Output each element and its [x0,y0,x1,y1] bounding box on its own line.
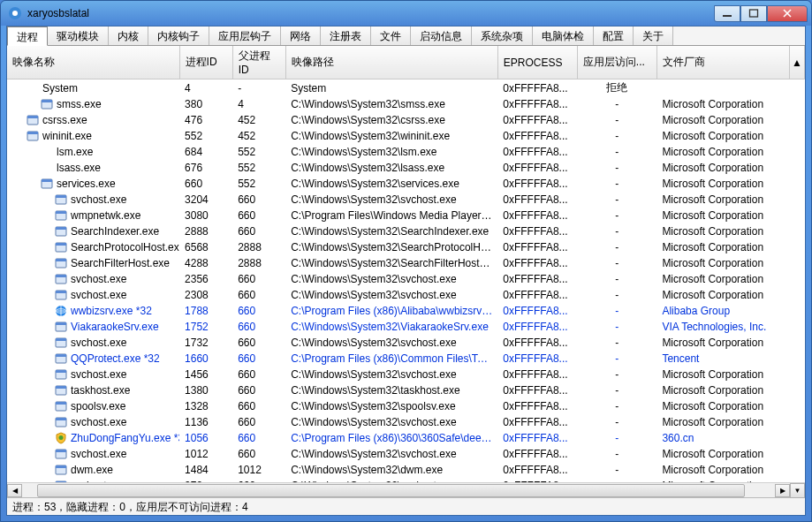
column-header-6[interactable]: 文件厂商 [656,46,789,79]
cell: - [577,192,656,208]
tab-11[interactable]: 配置 [594,26,634,45]
cell: 0xFFFFFA8... [497,96,577,112]
cell: 0xFFFFFA8... [497,208,577,223]
scroll-thumb[interactable] [37,484,745,497]
table-row[interactable]: SearchFilterHost.exe42882888C:\Windows\S… [7,255,805,271]
process-name: QQProtect.exe *32 [71,352,160,365]
column-header-1[interactable]: 进程ID [179,46,232,79]
scroll-right-button[interactable]: ▶ [775,484,790,497]
column-header-4[interactable]: EPROCESS [497,46,577,79]
cell: - [577,367,656,382]
cell: - [577,414,656,430]
svg-rect-11 [42,179,52,182]
table-row[interactable]: svchost.exe1732660C:\Windows\System32\sv… [7,335,805,351]
table-row[interactable]: SearchIndexer.exe2888660C:\Windows\Syste… [7,223,805,239]
table-row[interactable]: svchost.exe2308660C:\Windows\System32\sv… [7,287,805,303]
cell: 660 [232,192,285,208]
process-name-cell: svchost.exe [7,192,179,208]
cell: 0xFFFFFA8... [497,319,577,335]
cell: 2356 [179,271,232,287]
tab-6[interactable]: 注册表 [321,26,371,45]
cell: 0xFFFFFA8... [497,414,577,430]
table-row[interactable]: svchost.exe1456660C:\Windows\System32\sv… [7,367,805,382]
cell: - [577,351,656,367]
cell: 1788 [179,303,232,319]
scroll-left-button[interactable]: ◀ [7,484,22,497]
table-row[interactable]: csrss.exe476452C:\Windows\System32\csrss… [7,112,805,128]
cell: 1732 [179,335,232,351]
process-name-cell: svchost.exe [7,446,179,462]
table-row[interactable]: svchost.exe3204660C:\Windows\System32\sv… [7,192,805,208]
svg-rect-15 [56,211,66,214]
tab-8[interactable]: 启动信息 [411,26,472,45]
cell: Microsoft Corporation [656,239,789,255]
table-row[interactable]: smss.exe3804C:\Windows\System32\smss.exe… [7,96,805,112]
cell [789,208,804,223]
table-row[interactable]: SearchProtocolHost.exe65682888C:\Windows… [7,239,805,255]
process-name: svchost.exe [71,193,126,206]
tab-3[interactable]: 内核钩子 [148,26,209,45]
table-row[interactable]: services.exe660552C:\Windows\System32\se… [7,176,805,192]
table-row[interactable]: System4-System0xFFFFFA8...拒绝 [7,79,805,97]
scroll-up-button[interactable]: ▲ [789,46,804,79]
cell: 0xFFFFFA8... [497,79,577,97]
tab-4[interactable]: 应用层钩子 [209,26,281,45]
table-row[interactable]: taskhost.exe1380660C:\Windows\System32\t… [7,382,805,398]
table-row[interactable]: lsm.exe684552C:\Windows\System32\lsm.exe… [7,144,805,160]
cell [789,271,804,287]
app-icon [55,321,67,333]
tab-5[interactable]: 网络 [281,26,321,45]
minimize-button[interactable] [714,5,740,22]
process-name: wwbizsrv.exe *32 [71,305,152,317]
cell: Microsoft Corporation [656,367,789,382]
maximize-button[interactable] [740,5,767,22]
tab-0[interactable]: 进程 [7,26,48,46]
tab-12[interactable]: 关于 [634,26,673,45]
process-name: csrss.exe [42,114,87,126]
app-icon [55,448,67,460]
cell [789,239,804,255]
cell: 0xFFFFFA8... [497,160,577,176]
tab-2[interactable]: 内核 [109,26,148,45]
table-row[interactable]: svchost.exe1012660C:\Windows\System32\sv… [7,446,805,462]
table-row[interactable]: QQProtect.exe *321660660C:\Program Files… [7,351,805,367]
table-row[interactable]: ViakaraokeSrv.exe1752660C:\Windows\Syste… [7,319,805,335]
table-row[interactable]: wmpnetwk.exe3080660C:\Program Files\Wind… [7,208,805,223]
cell: 380 [179,96,232,112]
cell [789,255,804,271]
scroll-down-button[interactable]: ▼ [790,483,805,498]
tab-10[interactable]: 电脑体检 [533,26,594,45]
column-header-3[interactable]: 映像路径 [285,46,497,79]
titlebar[interactable]: xaryosbslatal [1,1,811,26]
cell [789,382,804,398]
svg-rect-3 [750,10,758,17]
column-header-2[interactable]: 父进程ID [232,46,285,79]
tab-1[interactable]: 驱动模块 [48,26,109,45]
table-row[interactable]: wwbizsrv.exe *321788660C:\Program Files … [7,303,805,319]
horizontal-scrollbar[interactable]: ◀ ▶ ▼ [7,482,805,497]
app-icon [55,209,67,222]
cell: 660 [232,430,285,446]
process-name-cell: svchost.exe [7,335,179,351]
column-header-0[interactable]: 映像名称 [7,46,179,79]
table-row[interactable]: wininit.exe552452C:\Windows\System32\win… [7,128,805,144]
cell: 0xFFFFFA8... [497,112,577,128]
table-row[interactable]: svchost.exe1136660C:\Windows\System32\sv… [7,414,805,430]
process-table-container[interactable]: 映像名称进程ID父进程ID映像路径EPROCESS应用层访问...文件厂商▲ S… [7,46,805,482]
table-row[interactable]: spoolsv.exe1328660C:\Windows\System32\sp… [7,398,805,414]
table-row[interactable]: lsass.exe676552C:\Windows\System32\lsass… [7,160,805,176]
table-row[interactable]: dwm.exe14841012C:\Windows\System32\dwm.e… [7,462,805,478]
client-area: 进程驱动模块内核内核钩子应用层钩子网络注册表文件启动信息系统杂项电脑体检配置关于… [6,26,806,516]
tab-7[interactable]: 文件 [371,26,411,45]
app-icon [55,225,67,238]
process-name-cell: svchost.exe [7,287,179,303]
scroll-track[interactable] [22,484,775,497]
process-name-cell: svchost.exe [7,271,179,287]
close-button[interactable] [767,5,808,22]
tab-9[interactable]: 系统杂项 [472,26,533,45]
svg-rect-41 [56,418,66,420]
column-header-5[interactable]: 应用层访问... [577,46,656,79]
process-name: ViakaraokeSrv.exe [71,321,159,333]
table-row[interactable]: svchost.exe2356660C:\Windows\System32\sv… [7,271,805,287]
table-row[interactable]: ZhuDongFangYu.exe *321056660C:\Program F… [7,430,805,446]
